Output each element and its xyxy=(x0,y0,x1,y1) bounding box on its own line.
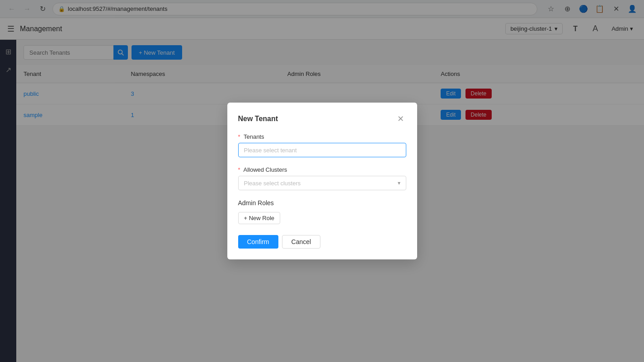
modal-footer: Confirm Cancel xyxy=(238,235,406,249)
new-role-label: + New Role xyxy=(244,215,275,221)
admin-roles-title: Admin Roles xyxy=(238,199,406,207)
confirm-label: Confirm xyxy=(247,238,269,245)
close-icon: ✕ xyxy=(397,114,404,124)
clusters-form-group: * Allowed Clusters Please select cluster… xyxy=(238,166,406,190)
modal-title: New Tenant xyxy=(238,115,278,123)
admin-roles-group: Admin Roles + New Role xyxy=(238,199,406,224)
clusters-select[interactable]: Please select clusters ▾ xyxy=(238,176,406,190)
confirm-button[interactable]: Confirm xyxy=(238,235,278,249)
tenants-label: * Tenants xyxy=(238,133,406,140)
new-tenant-modal: New Tenant ✕ * Tenants * Allowed Cluster… xyxy=(227,103,417,259)
clusters-label: * Allowed Clusters xyxy=(238,166,406,173)
clusters-select-placeholder: Please select clusters xyxy=(244,180,301,187)
modal-close-button[interactable]: ✕ xyxy=(395,113,406,124)
tenants-form-group: * Tenants xyxy=(238,133,406,157)
tenants-input[interactable] xyxy=(238,143,406,157)
clusters-required-star: * xyxy=(238,166,240,173)
tenants-required-star: * xyxy=(238,133,240,140)
modal-header: New Tenant ✕ xyxy=(238,113,406,124)
modal-overlay[interactable]: New Tenant ✕ * Tenants * Allowed Cluster… xyxy=(0,0,644,362)
cancel-button[interactable]: Cancel xyxy=(282,235,321,249)
cancel-label: Cancel xyxy=(291,238,311,245)
new-role-button[interactable]: + New Role xyxy=(238,212,281,224)
clusters-chevron-icon: ▾ xyxy=(398,180,400,186)
